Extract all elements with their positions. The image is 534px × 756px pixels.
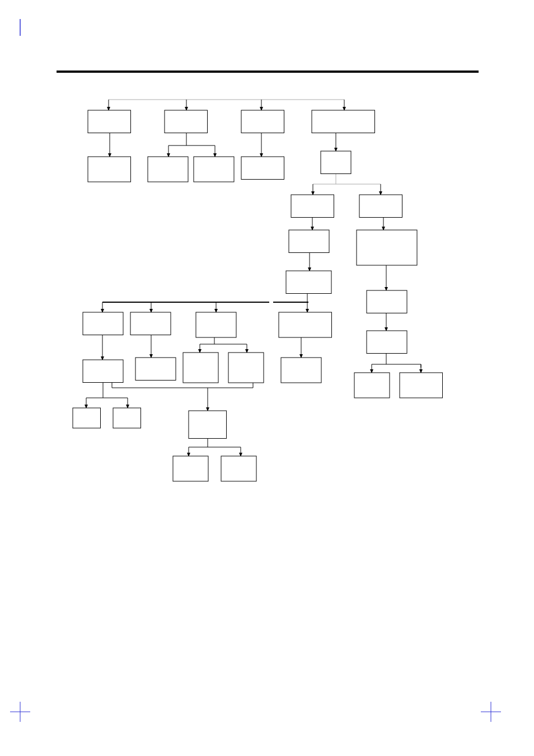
node-b22	[135, 358, 176, 381]
node-b12	[289, 230, 329, 253]
node-b2	[165, 110, 208, 133]
diagram-canvas	[0, 0, 534, 756]
node-b14	[286, 271, 331, 294]
node-b27	[400, 373, 443, 398]
node-b15	[367, 290, 407, 313]
node-b1	[88, 110, 131, 133]
node-b16	[83, 312, 123, 335]
node-b26	[354, 373, 390, 398]
node-b5	[88, 157, 131, 182]
node-b28	[73, 408, 101, 428]
node-b17	[130, 312, 171, 335]
node-b20	[367, 331, 407, 354]
node-b13	[357, 230, 417, 265]
node-b23	[183, 353, 218, 383]
node-b31	[173, 456, 208, 481]
node-b3	[241, 110, 284, 133]
node-b9	[321, 151, 351, 174]
node-b11	[359, 195, 402, 218]
node-b7	[194, 157, 234, 182]
node-b4	[312, 110, 375, 133]
node-b18	[196, 312, 236, 337]
node-b32	[221, 456, 256, 481]
node-b19	[279, 312, 332, 337]
node-b6	[148, 157, 188, 182]
node-b10	[291, 195, 334, 218]
node-b29	[113, 408, 141, 428]
node-b30	[189, 411, 227, 439]
node-b8	[241, 157, 284, 180]
node-b25	[281, 358, 321, 383]
node-b21	[83, 360, 123, 383]
node-b24	[228, 353, 264, 383]
